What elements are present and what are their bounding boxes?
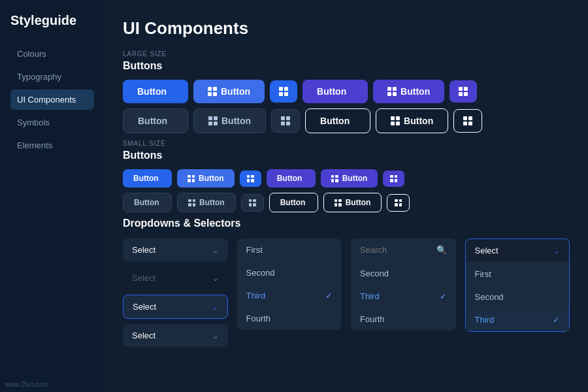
grid-icon: [247, 175, 254, 182]
sidebar-title: Styleguide: [10, 13, 94, 28]
active-dropdown-header[interactable]: Select ⌄: [466, 239, 570, 262]
btn-large-outline-icon[interactable]: Button: [376, 108, 448, 133]
grid-icon: [395, 199, 402, 206]
active-dropdown-4: Select ⌄ First Second Third ✓: [465, 238, 570, 332]
search-input[interactable]: [360, 245, 436, 255]
btn-large-outline-solid[interactable]: Button: [305, 108, 370, 133]
watermark: www.25xt.com: [5, 381, 47, 388]
menu-item-third[interactable]: Third ✓: [466, 308, 570, 331]
grid-icon: [249, 199, 256, 206]
dropdowns-title: Dropdowns & Selectors: [123, 218, 570, 229]
sidebar-item-typography[interactable]: Typography: [10, 67, 94, 87]
chevron-down-icon: ⌄: [212, 302, 218, 312]
btn-large-blue-solid[interactable]: Button: [123, 80, 188, 103]
grid-icon: [459, 87, 468, 96]
chevron-down-icon: ⌄: [553, 246, 560, 255]
grid-icon: [208, 87, 217, 96]
small-btn-row-1: Button Button Button Button: [123, 169, 570, 188]
btn-large-purple-solid[interactable]: Button: [302, 80, 368, 103]
btn-small-light-icon-only[interactable]: [241, 194, 264, 212]
btn-large-outline-icon-only[interactable]: [453, 109, 482, 133]
btn-large-light-solid[interactable]: Button: [123, 108, 188, 133]
grid-icon: [387, 87, 397, 96]
list-item-fourth-3[interactable]: Fourth: [351, 308, 456, 331]
btn-small-light-solid[interactable]: Button: [123, 193, 172, 212]
btn-large-blue-icon-only[interactable]: [270, 80, 297, 103]
list-item-second[interactable]: Second: [237, 261, 342, 284]
dropdown-col-2: First Second Third ✓ Fourth: [237, 238, 342, 352]
search-list-3: 🔍 Second Third ✓ Fourth: [351, 238, 456, 331]
grid-icon: [279, 87, 288, 96]
list-item-first[interactable]: First: [237, 238, 342, 261]
btn-small-light-icon[interactable]: Button: [177, 193, 236, 212]
btn-large-light-icon-only[interactable]: [271, 109, 300, 133]
grid-icon: [208, 116, 218, 125]
large-buttons-title: Buttons: [123, 60, 570, 72]
btn-large-blue-icon[interactable]: Button: [193, 80, 265, 103]
dropdowns-section: Dropdowns & Selectors Select ⌄ Select ⌄ …: [123, 218, 570, 352]
sidebar-item-elements[interactable]: Elements: [10, 135, 94, 155]
sidebar-item-symbols[interactable]: Symbols: [10, 112, 94, 133]
checkmark-icon: ✓: [440, 291, 447, 301]
grid-icon: [390, 175, 397, 182]
large-btn-row-2: Button Button Button Button: [123, 108, 570, 133]
sidebar-item-ui-components[interactable]: UI Components: [10, 90, 94, 110]
btn-small-outline-icon-only[interactable]: [387, 194, 410, 212]
grid-icon: [463, 116, 472, 125]
search-row: 🔍: [351, 238, 456, 262]
select-4[interactable]: Select ⌄: [123, 324, 228, 347]
small-btn-row-2: Button Button Button Button: [123, 193, 570, 212]
search-icon: 🔍: [436, 245, 447, 255]
sidebar: Styleguide Colours Typography UI Compone…: [0, 0, 105, 392]
dropdown-col-4: Select ⌄ First Second Third ✓: [465, 238, 570, 352]
list-item-second-3[interactable]: Second: [351, 262, 456, 285]
btn-small-purple-icon-only[interactable]: [383, 171, 404, 187]
page-title: UI Components: [123, 18, 570, 39]
select-2-disabled[interactable]: Select ⌄: [123, 267, 228, 289]
menu-item-second[interactable]: Second: [466, 286, 570, 308]
btn-large-purple-icon[interactable]: Button: [373, 80, 444, 103]
list-item-third-3[interactable]: Third ✓: [351, 285, 456, 308]
btn-small-outline-solid[interactable]: Button: [269, 193, 318, 212]
main-content: UI Components LARGE SIZE Buttons Button …: [105, 0, 588, 392]
checkmark-icon: ✓: [325, 291, 333, 301]
grid-icon: [281, 116, 290, 125]
small-size-label: SMALL SIZE: [123, 140, 570, 147]
sidebar-item-colours[interactable]: Colours: [10, 44, 94, 64]
btn-small-purple-solid[interactable]: Button: [267, 169, 316, 188]
chevron-down-icon: ⌄: [212, 274, 219, 283]
grid-icon: [335, 199, 342, 206]
select-3-open[interactable]: Select ⌄: [123, 295, 228, 319]
grid-icon: [331, 175, 338, 182]
list-item-fourth[interactable]: Fourth: [237, 307, 342, 330]
checkmark-icon: ✓: [553, 315, 560, 325]
chevron-down-icon: ⌄: [212, 331, 219, 340]
btn-small-blue-solid[interactable]: Button: [123, 169, 172, 188]
dropdowns-grid: Select ⌄ Select ⌄ Select ⌄ Select ⌄: [123, 238, 570, 352]
grid-icon: [188, 175, 195, 182]
menu-item-first[interactable]: First: [466, 263, 570, 286]
btn-large-purple-icon-only[interactable]: [449, 80, 477, 103]
small-buttons-title: Buttons: [123, 150, 570, 161]
btn-small-blue-icon-only[interactable]: [240, 171, 261, 187]
btn-small-blue-icon[interactable]: Button: [177, 169, 235, 188]
btn-large-light-icon[interactable]: Button: [193, 108, 266, 133]
large-size-label: LARGE SIZE: [123, 50, 570, 57]
large-btn-row-1: Button Button Button Button: [123, 80, 570, 103]
dropdown-col-1: Select ⌄ Select ⌄ Select ⌄ Select ⌄: [123, 238, 228, 352]
dropdown-list-2: First Second Third ✓ Fourth: [237, 238, 342, 330]
grid-icon: [188, 199, 195, 206]
active-dropdown-menu: First Second Third ✓: [466, 262, 570, 331]
dropdown-col-3: 🔍 Second Third ✓ Fourth: [351, 238, 456, 352]
list-item-third[interactable]: Third ✓: [237, 284, 342, 307]
btn-small-purple-icon[interactable]: Button: [321, 169, 378, 188]
select-1-active[interactable]: Select ⌄: [123, 238, 228, 261]
chevron-down-icon: ⌄: [212, 246, 219, 255]
btn-small-outline-icon[interactable]: Button: [323, 193, 382, 212]
grid-icon: [391, 116, 400, 125]
